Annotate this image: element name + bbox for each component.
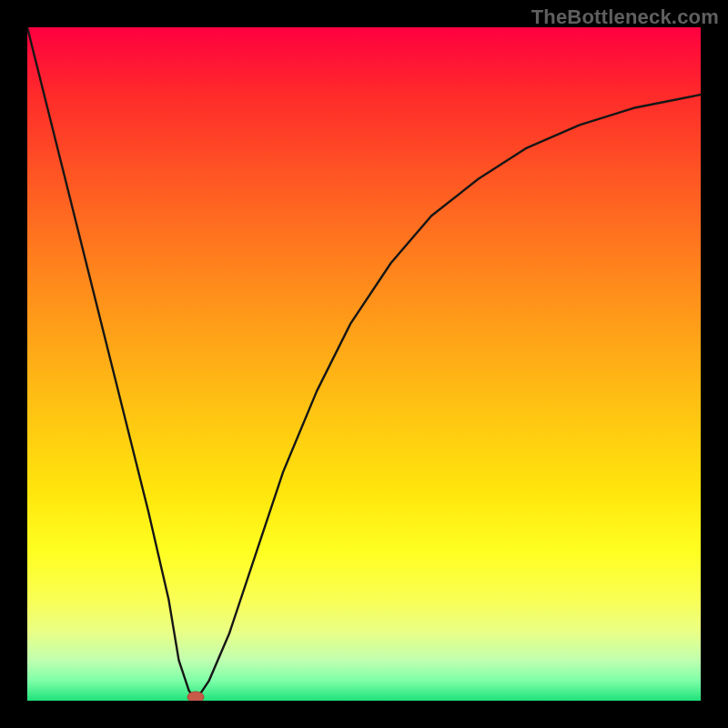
plot-area — [27, 27, 701, 701]
chart-container: TheBottleneck.com — [0, 0, 728, 728]
bottleneck-curve — [27, 27, 701, 701]
curve-svg — [27, 27, 701, 701]
watermark-text: TheBottleneck.com — [531, 5, 719, 29]
marker-dot — [187, 692, 204, 701]
